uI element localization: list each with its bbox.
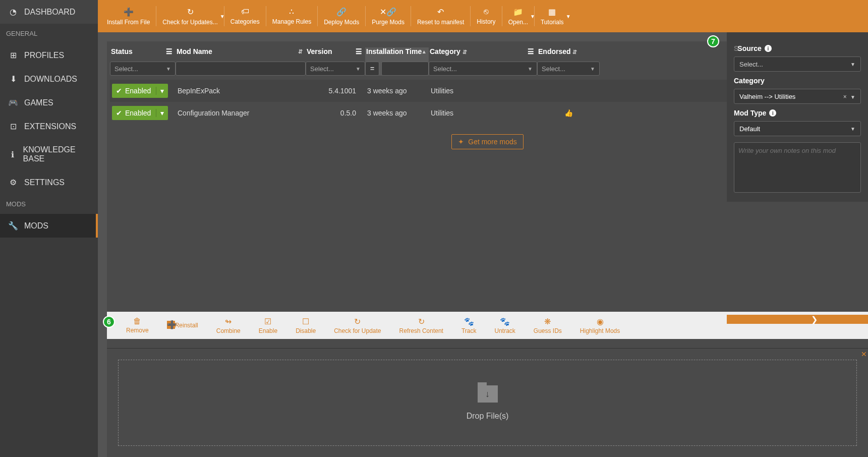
toolbar-history[interactable]: ⎋History (472, 5, 500, 27)
action-icon: ☐ (296, 317, 316, 326)
sort-asc-icon[interactable]: ▴ (423, 48, 426, 55)
sidebar-item-games[interactable]: 🎮GAMES (0, 91, 98, 115)
drop-label: Drop File(s) (467, 412, 509, 421)
action-refresh-content[interactable]: ↻Refresh Content (390, 317, 452, 334)
sidebar-item-mods[interactable]: 🔧 MODS (0, 214, 98, 238)
col-category: Category ⇵☰ Select...▼ (429, 47, 537, 76)
action-reinstall[interactable]: ➕Reinstall (158, 321, 207, 330)
notes-textarea[interactable] (734, 142, 861, 193)
action-combine[interactable]: ↬Combine (207, 317, 250, 334)
action-guess-ids[interactable]: ❋Guess IDs (525, 317, 571, 334)
action-icon: 🐾 (495, 317, 515, 326)
sort-icon[interactable]: ⇵ (462, 49, 467, 55)
panel-collapse-button[interactable]: ❯ (727, 315, 868, 324)
toolbar-icon: ▦ (541, 7, 564, 17)
list-icon[interactable]: ☰ (356, 47, 362, 55)
action-label: Check for Update (334, 327, 381, 334)
action-label: Combine (216, 327, 241, 334)
install-operator[interactable]: = (365, 62, 379, 76)
version-filter[interactable]: Select...▼ (306, 62, 365, 76)
action-untrack[interactable]: 🐾Untrack (486, 317, 525, 334)
action-label: Highlight Mods (580, 327, 620, 334)
action-icon: 🗑 (126, 317, 149, 326)
action-label: Disable (296, 327, 316, 334)
main-area: ➕Install From File↻Check for Updates...▼… (98, 0, 868, 457)
toolbar-deploy-mods[interactable]: 🔗Deploy Mods (319, 5, 364, 28)
toolbar-open-[interactable]: 📁Open...▼ (503, 5, 533, 28)
caret-down-icon[interactable]: ▾ (156, 109, 168, 117)
sidebar-item-knowledge-base[interactable]: ℹKNOWLEDGE BASE (0, 138, 98, 170)
action-label: Refresh Content (399, 327, 443, 334)
action-disable[interactable]: ☐Disable (286, 317, 325, 334)
action-icon: ◉ (580, 317, 620, 326)
col-install-time[interactable]: Installation Time▴ = (365, 47, 429, 76)
category-label: Category (734, 77, 861, 85)
separator (266, 6, 266, 26)
sidebar-item-label: EXTENSIONS (24, 122, 76, 131)
toolbar-categories[interactable]: 🏷Categories (225, 5, 265, 27)
toolbar-reset-to-manifest[interactable]: ↶Reset to manifest (412, 5, 469, 28)
action-track[interactable]: 🐾Track (452, 317, 486, 334)
close-drop-icon[interactable]: ✕ (861, 350, 867, 358)
action-check-for-update[interactable]: ↻Check for Update (325, 317, 390, 334)
sort-icon[interactable]: ⇵ (572, 49, 577, 55)
install-filter[interactable] (381, 62, 429, 76)
separator (365, 6, 366, 26)
action-highlight-mods[interactable]: ◉Highlight Mods (571, 317, 629, 334)
caret-down-icon[interactable]: ▾ (156, 87, 168, 95)
col-status-label: Status (111, 47, 133, 55)
app-root: ◔ DASHBOARD GENERAL ⊞PROFILES⬇DOWNLOADS🎮… (0, 0, 868, 457)
caret-down-icon: ▼ (590, 66, 595, 72)
separator (317, 6, 318, 26)
status-filter[interactable]: Select...▼ (110, 62, 176, 76)
clear-icon[interactable]: × (843, 93, 847, 100)
status-badge[interactable]: ✔ Enabled▾ (112, 84, 168, 98)
name-filter[interactable] (176, 62, 306, 76)
action-enable[interactable]: ☑Enable (250, 317, 286, 334)
list-icon[interactable]: ☰ (528, 47, 534, 55)
source-select[interactable]: Select...▼ (734, 56, 861, 72)
info-icon[interactable]: i (765, 45, 772, 52)
cell-install: 3 weeks ago (365, 109, 429, 117)
toolbar-icon: ➕ (107, 7, 150, 17)
action-remove[interactable]: 🗑Remove (117, 317, 158, 334)
cell-endorsed[interactable]: 👍 (537, 109, 600, 117)
toolbar-check-for-updates-[interactable]: ↻Check for Updates...▼ (157, 5, 222, 28)
action-icon: ❋ (534, 317, 562, 326)
category-filter[interactable]: Select...▼ (429, 62, 537, 76)
info-icon[interactable]: i (769, 109, 776, 117)
action-icon: 🐾 (461, 317, 477, 326)
toolbar-tutorials[interactable]: ▦Tutorials▼ (536, 5, 569, 28)
toolbar-manage-rules[interactable]: ⛬Manage Rules (267, 5, 316, 27)
category-value: Valheim --> Utilities (739, 93, 795, 100)
modtype-value: Default (739, 125, 760, 133)
sidebar-item-extensions[interactable]: ⊡EXTENSIONS (0, 115, 98, 138)
get-more-mods-button[interactable]: ✦ Get more mods (451, 134, 523, 149)
sidebar-dashboard[interactable]: ◔ DASHBOARD (0, 0, 98, 24)
action-icon: ☑ (259, 317, 277, 326)
toolbar-install-from-file[interactable]: ➕Install From File (102, 5, 155, 28)
toolbar-icon: 🔗 (324, 7, 359, 17)
check-icon: ✔ (116, 109, 122, 117)
tutorial-marker-6: 6 (103, 316, 115, 328)
sidebar-item-downloads[interactable]: ⬇DOWNLOADS (0, 67, 98, 91)
sidebar-item-profiles[interactable]: ⊞PROFILES (0, 43, 98, 67)
sort-icon[interactable]: ⇵ (298, 48, 303, 55)
list-icon[interactable]: ☰ (166, 47, 172, 55)
modtype-select[interactable]: Default▼ (734, 121, 861, 136)
toolbar-icon: ⛬ (272, 7, 311, 16)
drop-zone[interactable]: ↓ Drop File(s) (118, 360, 857, 446)
tutorial-marker-7: 7 (707, 35, 719, 47)
toolbar-label: Open... (508, 19, 528, 26)
category-select[interactable]: Valheim --> Utilities× ▼ (734, 89, 861, 104)
endorsed-filter[interactable]: Select...▼ (537, 62, 600, 76)
status-badge[interactable]: ✔ Enabled▾ (112, 106, 168, 120)
col-install-label: Installation Time (366, 47, 422, 55)
install-filter-input[interactable] (386, 65, 424, 73)
cell-category: Utilities (429, 87, 537, 95)
caret-down-icon: ▼ (528, 66, 533, 72)
toolbar-purge-mods[interactable]: ✕🔗Purge Mods (367, 5, 410, 28)
sidebar-section-mods: MODS (0, 194, 98, 214)
name-filter-input[interactable] (180, 65, 301, 73)
sidebar-item-settings[interactable]: ⚙SETTINGS (0, 170, 98, 194)
